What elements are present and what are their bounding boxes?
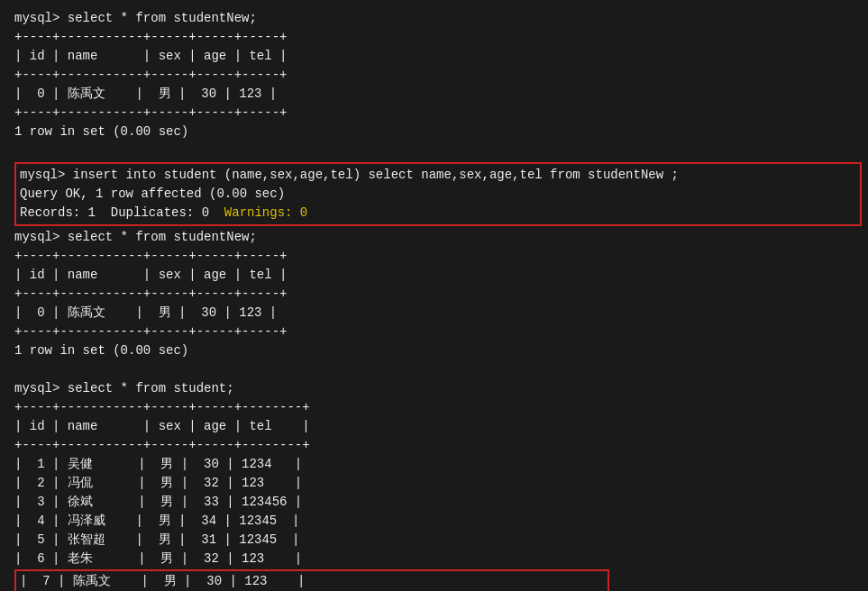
line-info1: 1 row in set (0.00 sec) bbox=[14, 123, 854, 141]
terminal: mysql> select * from studentNew; +----+-… bbox=[14, 9, 854, 591]
line-select2-prompt: mysql> select * from studentNew; bbox=[14, 228, 854, 247]
line-row5: | 5 | 张智超 | 男 | 31 | 12345 | bbox=[14, 531, 854, 550]
line-border8: +----+-----------+-----+-----+--------+ bbox=[14, 436, 854, 455]
line-row2: | 2 | 冯侃 | 男 | 32 | 123 | bbox=[14, 474, 854, 493]
line-query-ok: Query OK, 1 row affected (0.00 sec) bbox=[20, 185, 856, 204]
last-row-highlight-box: | 7 | 陈禹文 | 男 | 30 | 123 | bbox=[14, 569, 609, 591]
line-border7: +----+-----------+-----+-----+--------+ bbox=[14, 398, 854, 417]
line-row6: | 6 | 老朱 | 男 | 32 | 123 | bbox=[14, 550, 854, 568]
line-row7: | 7 | 陈禹文 | 男 | 30 | 123 | bbox=[20, 572, 604, 591]
line-header3: | id | name | sex | age | tel | bbox=[14, 417, 854, 436]
line-select1-prompt: mysql> select * from studentNew; bbox=[14, 9, 854, 28]
line-records: Records: 1 Duplicates: 0 Warnings: 0 bbox=[20, 204, 856, 223]
warnings-text: Warnings: 0 bbox=[224, 205, 307, 220]
line-row3: | 3 | 徐斌 | 男 | 33 | 123456 | bbox=[14, 493, 854, 512]
line-border5: +----+-----------+-----+-----+-----+ bbox=[14, 285, 854, 304]
line-info2: 1 row in set (0.00 sec) bbox=[14, 341, 854, 360]
insert-highlight-box: mysql> insert into student (name,sex,age… bbox=[14, 162, 862, 226]
line-header1: | id | name | sex | age | tel | bbox=[14, 47, 854, 66]
line-border3: +----+-----------+-----+-----+-----+ bbox=[14, 104, 854, 123]
line-border6: +----+-----------+-----+-----+-----+ bbox=[14, 323, 854, 341]
line-data1: | 0 | 陈禹文 | 男 | 30 | 123 | bbox=[14, 85, 854, 104]
line-insert-prompt: mysql> insert into student (name,sex,age… bbox=[20, 166, 856, 185]
line-header2: | id | name | sex | age | tel | bbox=[14, 266, 854, 285]
line-row1: | 1 | 吴健 | 男 | 30 | 1234 | bbox=[14, 455, 854, 474]
line-row4: | 4 | 冯泽威 | 男 | 34 | 12345 | bbox=[14, 512, 854, 531]
line-data2: | 0 | 陈禹文 | 男 | 30 | 123 | bbox=[14, 304, 854, 323]
line-select3-prompt: mysql> select * from student; bbox=[14, 379, 854, 398]
line-border1: +----+-----------+-----+-----+-----+ bbox=[14, 28, 854, 47]
line-border4: +----+-----------+-----+-----+-----+ bbox=[14, 247, 854, 266]
line-border2: +----+-----------+-----+-----+-----+ bbox=[14, 66, 854, 85]
